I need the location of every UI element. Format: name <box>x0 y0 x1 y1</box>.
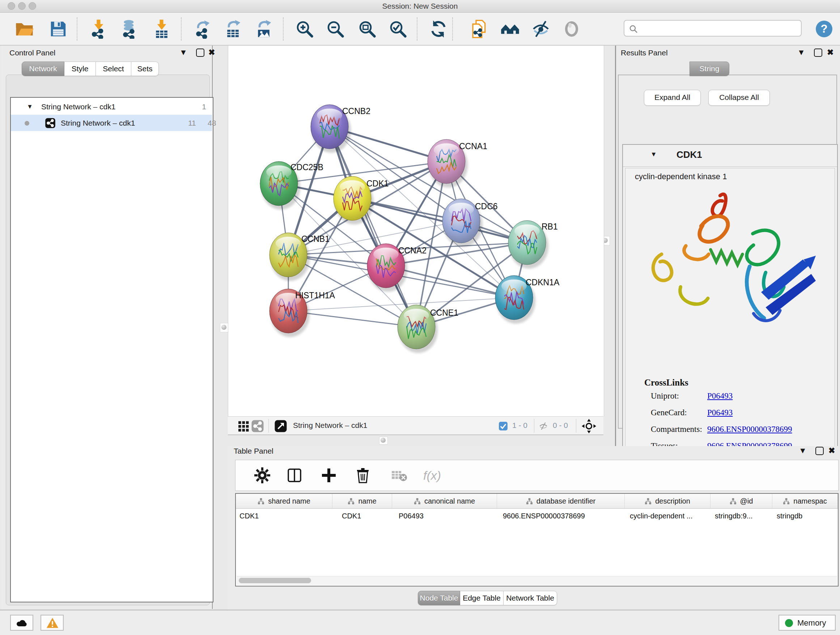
cloud-button[interactable] <box>10 615 33 631</box>
collapse-all-button[interactable]: Collapse All <box>708 90 770 106</box>
column-header-@id[interactable]: @id <box>711 494 772 508</box>
delete-table-icon[interactable] <box>390 467 408 484</box>
column-header-database-identifier[interactable]: database identifier <box>497 494 625 508</box>
tab-style[interactable]: Style <box>65 62 96 76</box>
separator <box>268 419 269 432</box>
detach-view-icon[interactable] <box>274 420 287 432</box>
crosslink-row: GeneCard:P06493 <box>625 408 828 420</box>
collection-count: 1 <box>202 98 206 115</box>
horizontal-scrollbar[interactable] <box>237 576 837 585</box>
network-row-selected[interactable]: String Network – cdk1 11 48 <box>11 115 212 131</box>
panel-close-icon[interactable]: ✖ <box>827 48 834 57</box>
zoom-fit-icon[interactable] <box>357 19 377 39</box>
table-cell[interactable]: 9606.ENSP00000378699 <box>497 509 625 523</box>
network-canvas[interactable]: CCNB2CCNA1CDC25BCDK1CDC6RB1CCNB1CCNA2CDK… <box>228 46 604 416</box>
string-results-box: Expand All Collapse All ▼ CDK1 cyclin-de… <box>618 74 837 429</box>
column-header-namespac[interactable]: namespac <box>772 494 838 508</box>
panel-menu-icon[interactable]: ▼ <box>799 446 807 455</box>
result-section-header[interactable]: ▼ CDK1 <box>623 145 837 167</box>
table-settings-gear-icon[interactable] <box>254 467 271 484</box>
tab-sets[interactable]: Sets <box>131 62 159 76</box>
panel-close-icon[interactable]: ✖ <box>829 446 835 455</box>
separator <box>534 419 534 432</box>
panel-menu-icon[interactable]: ▼ <box>180 48 187 57</box>
table-cell[interactable]: CDK1 <box>236 509 332 523</box>
search-field[interactable] <box>624 20 802 36</box>
panel-float-icon[interactable] <box>815 447 824 455</box>
export-table-icon[interactable] <box>223 19 243 39</box>
network-view-icon[interactable] <box>251 420 264 432</box>
toolbar-separator <box>452 17 453 41</box>
panel-float-icon[interactable] <box>814 49 822 57</box>
control-panel-title: Control Panel <box>9 49 55 57</box>
column-header-name[interactable]: name <box>332 494 392 508</box>
column-header-canonical-name[interactable]: canonical name <box>392 494 497 508</box>
zoom-in-icon[interactable] <box>295 19 314 39</box>
tree-expand-icon[interactable]: ▼ <box>27 98 33 115</box>
table-cell[interactable]: stringdb:9... <box>711 509 772 523</box>
hidden-eye-icon[interactable] <box>538 421 548 431</box>
hidden-count: 0 - 0 <box>553 421 568 430</box>
svg-text:f(x): f(x) <box>423 469 441 482</box>
zoom-out-icon[interactable] <box>325 19 345 39</box>
section-collapse-icon[interactable]: ▼ <box>651 150 657 158</box>
table-cell[interactable]: cyclin-dependent ... <box>625 509 711 523</box>
warning-icon <box>46 617 58 629</box>
grid-view-icon[interactable] <box>237 420 250 432</box>
table-cell[interactable]: P06493 <box>392 509 497 523</box>
status-bar: Memory <box>0 610 840 635</box>
help-icon[interactable]: ? <box>815 20 833 38</box>
memory-button[interactable]: Memory <box>778 615 836 631</box>
network-collection-row[interactable]: ▼ String Network – cdk1 1 <box>11 98 212 115</box>
show-columns-icon[interactable] <box>286 467 303 484</box>
crosslink-link[interactable]: P06493 <box>707 408 733 417</box>
import-table-file-icon[interactable] <box>152 19 172 39</box>
delete-column-icon[interactable] <box>354 467 371 484</box>
network-graph[interactable]: CCNB2CCNA1CDC25BCDK1CDC6RB1CCNB1CCNA2CDK… <box>228 46 604 416</box>
show-all-icon[interactable] <box>562 19 581 39</box>
crosslink-link[interactable]: 9606.ENSP00000378699 <box>707 424 792 434</box>
column-header-shared-name[interactable]: shared name <box>236 494 332 508</box>
toolbar-separator <box>77 17 77 41</box>
zoom-selected-icon[interactable] <box>388 19 408 39</box>
first-neighbors-icon[interactable] <box>500 19 520 39</box>
tab-string[interactable]: String <box>690 62 729 76</box>
scrollbar-thumb[interactable] <box>239 578 311 583</box>
column-header-description[interactable]: description <box>625 494 711 508</box>
tab-select[interactable]: Select <box>96 62 131 76</box>
export-network-icon[interactable] <box>193 19 212 39</box>
results-panel-title: Results Panel <box>621 49 668 57</box>
panel-menu-icon[interactable]: ▼ <box>797 48 805 57</box>
edge-count: 48 <box>208 115 216 131</box>
duplicate-network-icon[interactable] <box>470 19 489 39</box>
import-network-file-icon[interactable] <box>89 19 109 39</box>
table-cell[interactable]: stringdb <box>772 509 838 523</box>
panel-float-icon[interactable] <box>196 49 204 57</box>
table-cell[interactable]: CDK1 <box>332 509 392 523</box>
function-builder-icon[interactable]: f(x) <box>422 467 448 484</box>
birds-eye-view-icon[interactable] <box>582 419 596 433</box>
network-edge[interactable] <box>330 127 416 327</box>
tab-network-table[interactable]: Network Table <box>504 591 557 605</box>
tab-edge-table[interactable]: Edge Table <box>460 591 504 605</box>
selected-checkbox-icon[interactable] <box>499 421 508 431</box>
import-network-database-icon[interactable] <box>119 19 139 39</box>
expand-all-button[interactable]: Expand All <box>644 90 701 106</box>
left-splitter-handle[interactable] <box>220 323 229 333</box>
panel-close-icon[interactable]: ✖ <box>208 48 215 57</box>
apply-layout-icon[interactable] <box>429 19 448 39</box>
crosslink-link[interactable]: P06493 <box>707 391 733 401</box>
separator <box>576 419 576 432</box>
panel-divider[interactable] <box>615 46 616 446</box>
open-session-icon[interactable] <box>14 19 34 39</box>
warning-button[interactable] <box>41 615 64 631</box>
add-column-icon[interactable] <box>320 467 338 484</box>
search-input[interactable] <box>641 21 798 36</box>
crosslink-row: Compartments:9606.ENSP00000378699 <box>625 424 828 437</box>
hide-selected-icon[interactable] <box>531 19 551 39</box>
tab-network[interactable]: Network <box>22 62 65 76</box>
export-image-icon[interactable] <box>254 19 273 39</box>
tab-node-table[interactable]: Node Table <box>418 591 460 605</box>
bottom-splitter-handle[interactable] <box>379 437 388 445</box>
save-session-icon[interactable] <box>49 19 68 39</box>
